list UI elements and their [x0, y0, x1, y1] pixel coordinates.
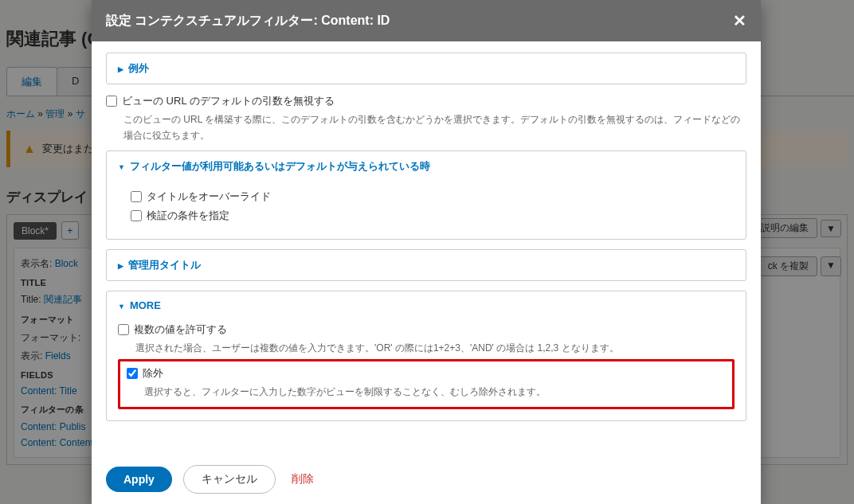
when-value-section[interactable]: フィルター値が利用可能あるいはデフォルトが与えられている時 タイトルをオーバーラ…	[106, 150, 746, 240]
modal-body[interactable]: 例外 ビューの URL のデフォルトの引数を無視する このビューの URL を構…	[92, 41, 761, 452]
exclude-highlight-box: 除外 選択すると、フィルターに入力した数字がビューを制限することなく、むしろ除外…	[118, 359, 735, 408]
exclude-checkbox[interactable]	[127, 368, 138, 379]
more-summary[interactable]: MORE	[107, 291, 746, 319]
admin-title-summary[interactable]: 管理用タイトル	[107, 250, 746, 280]
admin-title-section[interactable]: 管理用タイトル	[106, 249, 746, 281]
when-value-summary[interactable]: フィルター値が利用可能あるいはデフォルトが与えられている時	[107, 151, 746, 182]
apply-button[interactable]: Apply	[106, 467, 172, 492]
specify-validation-label[interactable]: 検証の条件を指定	[147, 209, 229, 223]
modal-header: 設定 コンテクスチュアルフィルター: Content: ID ✕	[92, 0, 761, 41]
override-title-checkbox[interactable]	[131, 191, 142, 202]
exclude-help: 選択すると、フィルターに入力した数字がビューを制限することなく、むしろ除外されま…	[144, 384, 726, 400]
more-section[interactable]: MORE 複数の値を許可する 選択された場合、ユーザーは複数の値を入力できます。…	[106, 291, 746, 421]
exclude-label[interactable]: 除外	[143, 366, 163, 381]
cancel-button[interactable]: キャンセル	[183, 465, 276, 494]
allow-multiple-checkbox[interactable]	[118, 324, 129, 335]
skip-url-default-help: このビューの URL を構築する際に、このデフォルトの引数を含むかどうかを選択で…	[123, 111, 746, 144]
skip-url-default-label[interactable]: ビューの URL のデフォルトの引数を無視する	[122, 94, 335, 108]
delete-link[interactable]: 削除	[292, 472, 314, 486]
modal-footer: Apply キャンセル 削除	[92, 452, 761, 504]
exception-section[interactable]: 例外	[106, 53, 746, 84]
contextual-filter-modal: 設定 コンテクスチュアルフィルター: Content: ID ✕ 例外 ビューの…	[92, 0, 761, 504]
specify-validation-checkbox[interactable]	[131, 210, 142, 221]
exception-summary[interactable]: 例外	[107, 53, 746, 84]
modal-title: 設定 コンテクスチュアルフィルター: Content: ID	[106, 13, 390, 29]
allow-multiple-label[interactable]: 複数の値を許可する	[134, 322, 227, 337]
close-icon[interactable]: ✕	[733, 11, 746, 30]
allow-multiple-help: 選択された場合、ユーザーは複数の値を入力できます。'OR' の際には1+2+3、…	[135, 340, 735, 356]
skip-url-default-row: ビューの URL のデフォルトの引数を無視する このビューの URL を構築する…	[106, 94, 746, 144]
skip-url-default-checkbox[interactable]	[106, 96, 117, 107]
override-title-label[interactable]: タイトルをオーバーライド	[147, 189, 271, 204]
